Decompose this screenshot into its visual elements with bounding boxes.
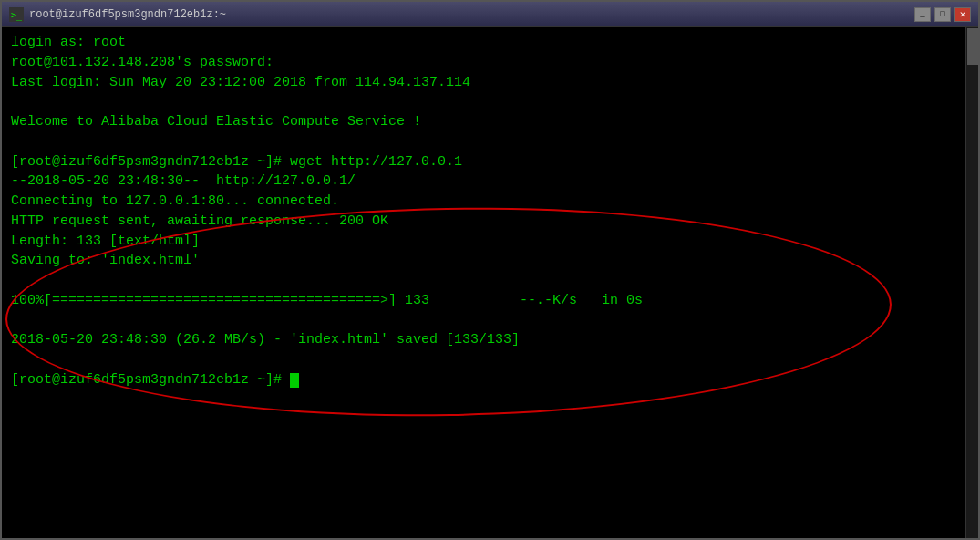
cursor [290,373,299,388]
terminal-icon: >_ [9,7,24,22]
titlebar: >_ root@izuf6df5psm3gndn712eb1z:~ _ □ ✕ [2,2,978,27]
scrollbar-thumb[interactable] [967,28,978,65]
terminal-window: >_ root@izuf6df5psm3gndn712eb1z:~ _ □ ✕ … [0,0,980,540]
terminal-output: login as: root root@101.132.148.208's pa… [11,33,969,390]
minimize-button[interactable]: _ [914,7,931,22]
maximize-button[interactable]: □ [934,7,951,22]
titlebar-left: >_ root@izuf6df5psm3gndn712eb1z:~ [9,7,226,22]
window-title: root@izuf6df5psm3gndn712eb1z:~ [29,8,226,21]
terminal-body[interactable]: login as: root root@101.132.148.208's pa… [2,27,978,538]
svg-text:>_: >_ [11,10,23,21]
scrollbar[interactable] [965,27,978,538]
window-controls: _ □ ✕ [914,7,971,22]
close-button[interactable]: ✕ [954,7,971,22]
